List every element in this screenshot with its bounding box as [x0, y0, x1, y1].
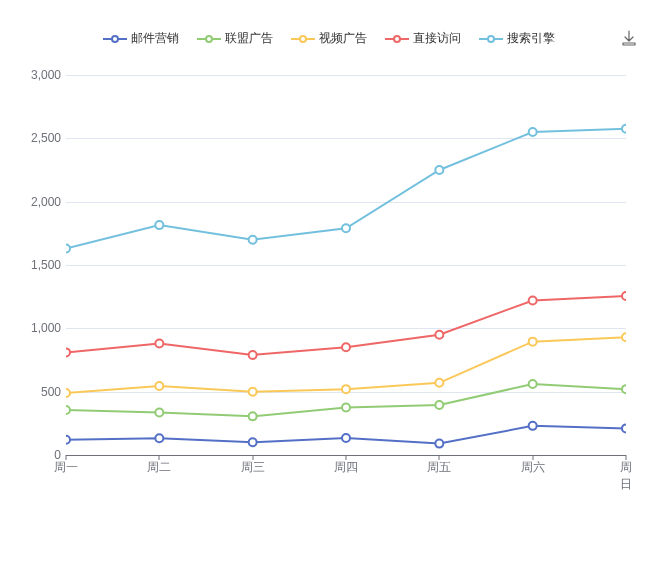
data-point[interactable]: [622, 125, 626, 133]
y-tick-label: 1,500: [11, 258, 61, 272]
series: [66, 292, 626, 359]
x-tick-label: 周四: [334, 459, 358, 476]
data-point[interactable]: [249, 438, 257, 446]
legend-label: 搜索引擎: [507, 30, 555, 47]
data-point[interactable]: [529, 338, 537, 346]
data-point[interactable]: [622, 385, 626, 393]
legend-marker: [385, 33, 409, 45]
data-point[interactable]: [435, 401, 443, 409]
data-point[interactable]: [342, 434, 350, 442]
x-tick: [252, 455, 253, 460]
data-point[interactable]: [435, 331, 443, 339]
legend-label: 视频广告: [319, 30, 367, 47]
data-point[interactable]: [342, 224, 350, 232]
data-point[interactable]: [249, 412, 257, 420]
data-point[interactable]: [155, 434, 163, 442]
legend-item[interactable]: 视频广告: [291, 30, 367, 47]
x-tick: [532, 455, 533, 460]
data-point[interactable]: [155, 409, 163, 417]
x-tick: [346, 455, 347, 460]
data-point[interactable]: [155, 340, 163, 348]
data-point[interactable]: [66, 348, 70, 356]
data-point[interactable]: [155, 221, 163, 229]
data-point[interactable]: [435, 379, 443, 387]
data-point[interactable]: [342, 343, 350, 351]
legend-item[interactable]: 邮件营销: [103, 30, 179, 47]
x-tick-label: 周六: [521, 459, 545, 476]
data-point[interactable]: [249, 388, 257, 396]
data-point[interactable]: [622, 424, 626, 432]
x-tick-label: 周一: [54, 459, 78, 476]
data-point[interactable]: [342, 385, 350, 393]
legend-label: 联盟广告: [225, 30, 273, 47]
data-point[interactable]: [249, 351, 257, 359]
x-tick: [439, 455, 440, 460]
x-axis-labels: 周一周二周三周四周五周六周日: [66, 459, 626, 479]
data-point[interactable]: [529, 380, 537, 388]
legend-item[interactable]: 直接访问: [385, 30, 461, 47]
y-tick-label: 500: [11, 385, 61, 399]
x-tick-label: 周二: [147, 459, 171, 476]
plot-area: [66, 75, 626, 455]
data-point[interactable]: [529, 422, 537, 430]
x-tick-label: 周日: [620, 459, 632, 493]
data-point[interactable]: [66, 245, 70, 253]
data-point[interactable]: [66, 389, 70, 397]
legend: 邮件营销联盟广告视频广告直接访问搜索引擎: [0, 30, 657, 47]
y-tick-label: 2,500: [11, 131, 61, 145]
data-point[interactable]: [529, 296, 537, 304]
data-point[interactable]: [66, 406, 70, 414]
data-point[interactable]: [622, 333, 626, 341]
data-point[interactable]: [622, 292, 626, 300]
data-point[interactable]: [66, 436, 70, 444]
legend-label: 邮件营销: [131, 30, 179, 47]
series: [66, 125, 626, 253]
x-tick-label: 周三: [241, 459, 265, 476]
legend-item[interactable]: 联盟广告: [197, 30, 273, 47]
data-point[interactable]: [435, 166, 443, 174]
legend-marker: [103, 33, 127, 45]
series: [66, 422, 626, 448]
y-tick-label: 3,000: [11, 68, 61, 82]
download-icon: [621, 30, 637, 46]
legend-marker: [197, 33, 221, 45]
legend-label: 直接访问: [413, 30, 461, 47]
data-point[interactable]: [249, 236, 257, 244]
chart-container: 邮件营销联盟广告视频广告直接访问搜索引擎 05001,0001,5002,000…: [0, 0, 657, 564]
save-as-image-button[interactable]: [621, 30, 637, 46]
legend-marker: [479, 33, 503, 45]
data-point[interactable]: [342, 404, 350, 412]
x-tick: [66, 455, 67, 460]
x-tick: [159, 455, 160, 460]
y-tick-label: 2,000: [11, 195, 61, 209]
data-point[interactable]: [435, 440, 443, 448]
data-point[interactable]: [155, 382, 163, 390]
y-tick-label: 1,000: [11, 321, 61, 335]
legend-item[interactable]: 搜索引擎: [479, 30, 555, 47]
legend-marker: [291, 33, 315, 45]
data-point[interactable]: [529, 128, 537, 136]
x-tick: [626, 455, 627, 460]
x-tick-label: 周五: [427, 459, 451, 476]
